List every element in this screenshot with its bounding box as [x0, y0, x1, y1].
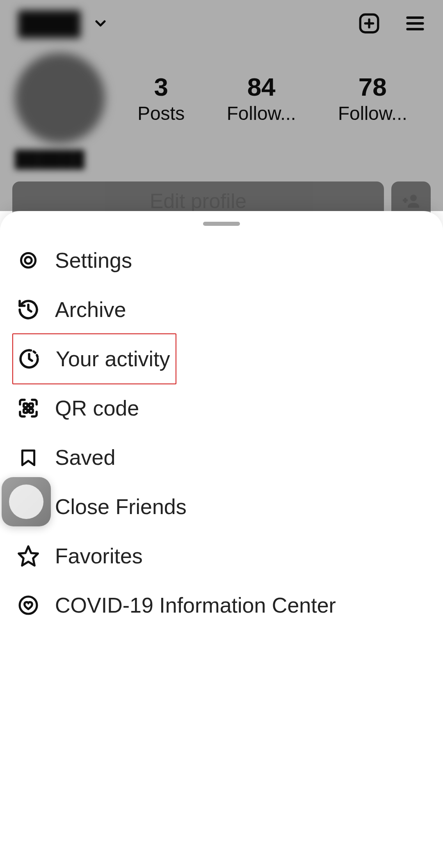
- svg-point-10: [25, 257, 32, 264]
- modal-backdrop[interactable]: [0, 0, 443, 211]
- svg-rect-13: [24, 409, 27, 413]
- history-icon: [16, 298, 40, 321]
- svg-rect-14: [29, 409, 33, 413]
- floating-assistive-widget[interactable]: [2, 477, 51, 526]
- menu-label-saved: Saved: [55, 445, 115, 470]
- assistive-inner-circle: [9, 485, 43, 519]
- sheet-grabber[interactable]: [203, 222, 240, 226]
- heart-circle-icon: [16, 593, 40, 617]
- qr-icon: [16, 396, 40, 420]
- menu-item-saved[interactable]: Saved: [0, 433, 443, 482]
- menu-label-favorites: Favorites: [55, 544, 143, 568]
- menu-label-your-activity: Your activity: [56, 347, 170, 371]
- svg-marker-21: [19, 547, 38, 566]
- star-icon: [16, 544, 40, 568]
- menu-label-qr-code: QR code: [55, 396, 139, 420]
- menu-label-settings: Settings: [55, 248, 132, 273]
- activity-icon: [17, 347, 41, 371]
- bottom-sheet: Settings Archive Your activity QR code S: [0, 211, 443, 868]
- menu-item-settings[interactable]: Settings: [0, 236, 443, 285]
- svg-rect-12: [29, 404, 33, 407]
- menu-item-qr-code[interactable]: QR code: [0, 383, 443, 433]
- menu-item-close-friends[interactable]: Close Friends: [0, 482, 443, 531]
- menu-item-favorites[interactable]: Favorites: [0, 531, 443, 581]
- menu-label-close-friends: Close Friends: [55, 494, 187, 519]
- svg-point-9: [21, 253, 36, 268]
- bookmark-icon: [16, 445, 40, 469]
- menu-label-covid: COVID-19 Information Center: [55, 593, 336, 618]
- svg-point-22: [20, 597, 37, 614]
- menu-item-covid[interactable]: COVID-19 Information Center: [0, 581, 443, 630]
- menu-item-archive[interactable]: Archive: [0, 285, 443, 334]
- sheet-menu: Settings Archive Your activity QR code S: [0, 233, 443, 630]
- menu-label-archive: Archive: [55, 297, 126, 322]
- svg-rect-11: [24, 404, 27, 407]
- menu-item-your-activity[interactable]: Your activity: [12, 333, 176, 384]
- gear-icon: [16, 248, 40, 272]
